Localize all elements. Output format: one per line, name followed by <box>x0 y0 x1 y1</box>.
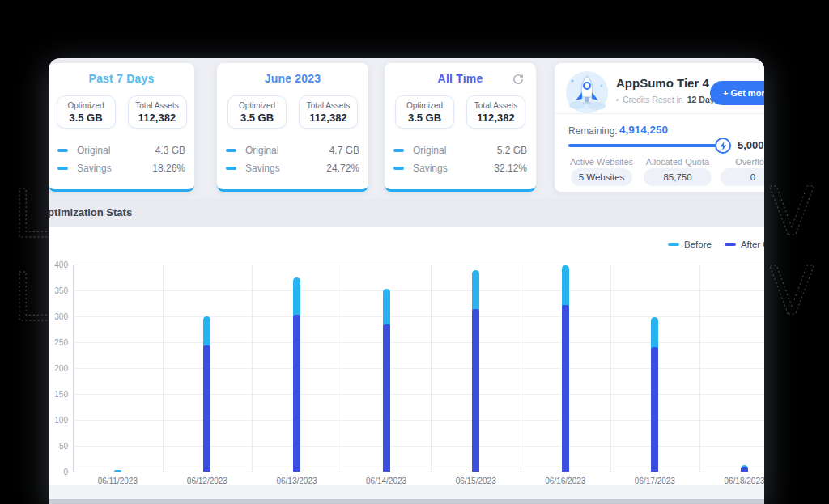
dash-icon <box>393 149 404 152</box>
x-tick-label: 06/17/2023 <box>627 476 683 485</box>
optimization-stats-chart: Before After Optimization 40035030025020… <box>49 227 764 485</box>
mini-stat-row: Optimized 3.5 GB Total Assets 112,382 <box>49 95 194 129</box>
dashboard-window: Past 7 Days Optimized 3.5 GB Total Asset… <box>49 58 764 504</box>
y-tick-label: 250 <box>49 338 68 347</box>
gridline <box>252 265 253 472</box>
y-tick-label: 350 <box>49 286 68 295</box>
optimized-box: Optimized 3.5 GB <box>57 95 116 129</box>
savings-row: Savings 32.12% <box>393 163 527 174</box>
row-label: Savings <box>77 163 112 174</box>
y-tick-label: 200 <box>49 364 68 373</box>
gridline <box>73 265 764 265</box>
section-header-band: Optimization Stats <box>49 198 764 227</box>
legend-label: After Optimization <box>741 239 764 249</box>
watermark-letter: L <box>13 259 50 336</box>
get-more-credits-button[interactable]: + Get more credits <box>710 81 764 105</box>
window-bottom-strip <box>49 499 764 504</box>
optimized-label: Optimized <box>57 101 115 110</box>
gridline <box>73 394 764 395</box>
optimized-box: Optimized 3.5 GB <box>227 95 287 129</box>
gridline <box>73 290 764 291</box>
row-value: 18.26% <box>152 163 185 174</box>
bar-after-optimization <box>651 347 658 472</box>
y-tick-label: 50 <box>49 442 68 451</box>
row-value: 4.7 GB <box>329 145 359 156</box>
credits-reset-text: Credits Reset in <box>623 95 683 104</box>
legend-label: Before <box>684 239 712 249</box>
total-assets-label: Total Assets <box>300 101 357 110</box>
gridline <box>73 446 764 447</box>
bar-after-optimization <box>472 309 479 472</box>
chart-legend: Before After Optimization <box>668 239 764 249</box>
savings-row: Savings 18.26% <box>57 163 185 174</box>
dash-icon <box>57 167 68 170</box>
x-tick-label: 06/14/2023 <box>358 476 414 485</box>
y-tick-label: 400 <box>49 260 68 269</box>
quota-total-value: 5,000,000 <box>738 139 764 151</box>
bar-after-optimization <box>562 305 569 472</box>
row-value: 24.72% <box>326 163 359 174</box>
lightning-icon <box>720 142 727 150</box>
gridline <box>73 420 764 421</box>
credits-slider[interactable] <box>568 144 732 147</box>
original-row: Original 4.7 GB <box>226 145 359 156</box>
mini-stat-row: Optimized 3.5 GB Total Assets 112,382 <box>217 95 368 129</box>
bar-after-optimization <box>741 467 748 472</box>
optimized-label: Optimized <box>228 101 286 110</box>
card-title: Past 7 Days <box>49 72 194 85</box>
optimized-value: 3.5 GB <box>228 112 286 124</box>
total-assets-box: Total Assets 112,382 <box>299 95 358 129</box>
footer-area <box>49 485 764 499</box>
remaining-label: Remaining: <box>568 125 618 137</box>
row-label: Original <box>77 145 110 156</box>
x-tick-label: 06/16/2023 <box>537 476 593 485</box>
bar-before <box>114 470 121 472</box>
watermark-letter: V <box>769 173 814 250</box>
optimized-box: Optimized 3.5 GB <box>395 95 454 129</box>
gridline <box>73 368 764 369</box>
row-label: Original <box>245 145 278 156</box>
watermark-letter: V <box>769 252 814 329</box>
x-tick-label: 06/11/2023 <box>89 476 146 485</box>
dash-icon <box>57 149 68 152</box>
x-tick-label: 06/13/2023 <box>269 476 325 485</box>
y-tick-label: 150 <box>49 390 68 399</box>
y-tick-label: 300 <box>49 312 68 321</box>
active-websites-badge: 5 Websites <box>571 168 632 186</box>
after-optimization-swatch-icon <box>725 243 736 246</box>
original-row: Original 5.2 GB <box>393 145 527 156</box>
total-assets-label: Total Assets <box>129 101 186 110</box>
refresh-icon[interactable] <box>512 73 525 86</box>
optimized-value: 3.5 GB <box>57 112 115 124</box>
allocated-quota-label: Allocated Quota <box>637 157 718 167</box>
gridline <box>73 342 764 343</box>
page-background: L L V V Past 7 Days Optimized 3.5 GB Tot… <box>0 0 829 504</box>
stat-card-june-2023: June 2023 Optimized 3.5 GB Total Assets … <box>217 63 368 192</box>
gridline <box>431 265 432 472</box>
credits-slider-fill <box>568 144 722 147</box>
mini-stat-row: Optimized 3.5 GB Total Assets 112,382 <box>385 95 536 129</box>
optimized-label: Optimized <box>396 101 453 110</box>
x-tick-label: 06/12/2023 <box>179 476 236 485</box>
x-tick-label: 06/18/2023 <box>716 476 765 485</box>
stat-card-all-time: All Time Optimized 3.5 GB Total Assets 1… <box>385 63 536 192</box>
gridline <box>342 265 342 472</box>
legend-item-before[interactable]: Before <box>668 239 712 249</box>
dash-icon <box>226 167 236 170</box>
gridline <box>521 265 521 472</box>
row-value: 32.12% <box>494 163 527 174</box>
plan-subtitle: Credits Reset in 12 Days <box>616 95 719 104</box>
row-value: 5.2 GB <box>497 145 527 156</box>
rocket-icon <box>564 70 610 115</box>
credits-slider-handle[interactable] <box>715 138 731 154</box>
allocated-quota-badge: 85,750 <box>644 168 712 186</box>
total-assets-value: 112,382 <box>300 112 357 124</box>
x-axis-line <box>73 472 764 472</box>
row-label: Savings <box>245 163 280 174</box>
bullet-dot-icon <box>616 99 619 101</box>
total-assets-box: Total Assets 112,382 <box>466 95 525 129</box>
legend-item-after-optimization[interactable]: After Optimization <box>725 239 764 249</box>
gridline <box>610 265 611 472</box>
dash-icon <box>226 149 236 152</box>
stat-card-past-7-days: Past 7 Days Optimized 3.5 GB Total Asset… <box>49 63 194 192</box>
